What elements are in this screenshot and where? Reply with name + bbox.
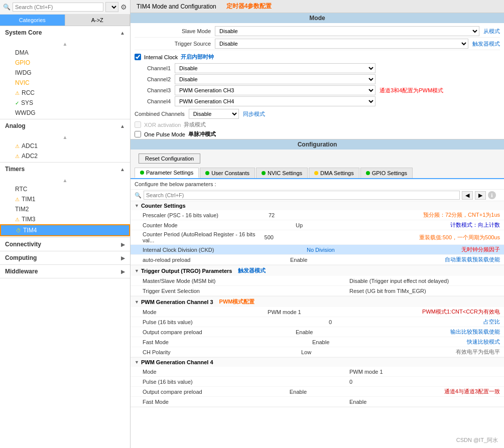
reset-btn-area: Reset Configuration — [131, 150, 504, 168]
section-system-core-header[interactable]: System Core ▲ — [0, 26, 130, 39]
channel-rows: Channel1 Disable Channel2 Disable Channe… — [131, 62, 504, 108]
search-input[interactable] — [13, 3, 103, 12]
pwm-ch4-header[interactable]: ▼ PWM Generation Channel 4 — [131, 358, 504, 367]
channel1-dropdown[interactable]: Disable — [175, 63, 375, 73]
sidebar-item-iwdg[interactable]: IWDG — [0, 68, 130, 78]
combined-label: Combined Channels — [135, 111, 185, 117]
sidebar-item-dma[interactable]: DMA — [0, 48, 130, 58]
section-middleware: Middleware ▶ — [0, 265, 130, 278]
channel3-label: Channel3 — [135, 87, 175, 93]
counter-period-value: 500 — [265, 234, 415, 240]
sidebar-item-adc2[interactable]: ADC2 — [0, 151, 130, 161]
trigger-source-dropdown[interactable]: Disable — [215, 39, 468, 49]
counter-settings-arrow: ▼ — [135, 203, 139, 208]
pwm-ch4-fast-row: Fast Mode Enable — [131, 397, 504, 407]
pwm-ch4-preload-annotation: 通道4与通道3配置一致 — [444, 388, 500, 395]
sidebar-item-sys[interactable]: SYS — [0, 98, 130, 108]
internal-clock-checkbox[interactable] — [135, 54, 141, 60]
sidebar-item-tim2[interactable]: TIM2 — [0, 204, 130, 214]
pwm-ch3-polarity-row: CH Polarity Low 有效电平为低电平 — [131, 347, 504, 357]
combined-row: Combined Channels Disable 同步模式 — [131, 108, 504, 120]
config-tabs: Parameter Settings User Constants NVIC S… — [131, 168, 504, 179]
msm-value: Disable (Trigger input effect not delaye… — [349, 278, 500, 284]
sidebar-item-tim3[interactable]: TIM3 — [0, 214, 130, 224]
tab-user-constants[interactable]: User Constants — [200, 168, 255, 178]
tab-nvic-settings[interactable]: NVIC Settings — [256, 168, 308, 178]
section-analog-arrow: ▲ — [120, 123, 125, 129]
pwm-ch4-pulse-row: Pulse (16 bits value) 0 — [131, 377, 504, 387]
gear-icon-button[interactable]: ⚙ — [120, 3, 127, 11]
trigger-output-header[interactable]: ▼ Trigger Output (TRGO) Parameters 触发器模式 — [131, 265, 504, 276]
pwm-ch3-group: ▼ PWM Generation Channel 3 PWM模式配置 Mode … — [131, 296, 504, 358]
section-connectivity-arrow: ▶ — [121, 242, 125, 247]
pwm-ch4-mode-row: Mode PWM mode 1 — [131, 367, 504, 377]
slave-mode-annotation: 从模式 — [483, 28, 500, 35]
user-constants-label: User Constants — [211, 170, 249, 176]
section-connectivity-header[interactable]: Connectivity ▶ — [0, 238, 130, 251]
pwm-ch4-fast-label: Fast Mode — [143, 399, 349, 405]
sidebar-item-rcc[interactable]: RCC — [0, 88, 130, 98]
channel2-dropdown[interactable]: Disable — [175, 74, 375, 84]
slave-mode-dropdown[interactable]: Disable — [215, 26, 479, 36]
sidebar-item-tim1[interactable]: TIM1 — [0, 194, 130, 204]
section-middleware-header[interactable]: Middleware ▶ — [0, 265, 130, 278]
internal-clock-label: Internal Clock — [144, 54, 178, 60]
tab-dma-settings[interactable]: DMA Settings — [309, 168, 359, 178]
one-pulse-annotation: 单脉冲模式 — [188, 130, 216, 138]
pwm-ch3-pulse-annotation: 占空比 — [483, 318, 500, 326]
analog-scroll-up: ▲ — [0, 133, 130, 141]
pwm-ch3-polarity-annotation: 有效电平为低电平 — [456, 348, 500, 356]
trigger-output-label: Trigger Output (TRGO) Parameters — [141, 268, 232, 274]
sidebar: 🔍 ⚙ Categories A->Z System Core ▲ — [0, 0, 131, 448]
sidebar-item-nvic[interactable]: NVIC — [0, 78, 130, 88]
section-system-core-items: ▲ DMA GPIO IWDG NVIC RCC SYS WWDG — [0, 39, 130, 119]
sidebar-content: System Core ▲ ▲ DMA GPIO IWDG NVIC RCC S… — [0, 26, 130, 448]
one-pulse-checkbox[interactable] — [135, 131, 141, 137]
reset-config-button[interactable]: Reset Configuration — [139, 154, 200, 164]
sidebar-item-adc1[interactable]: ADC1 — [0, 141, 130, 151]
pwm-ch3-fast-value: Enable — [312, 339, 463, 345]
channel3-dropdown[interactable]: PWM Generation CH3 — [175, 85, 375, 95]
pwm-ch3-annotation: PWM模式配置 — [219, 298, 255, 306]
trigger-event-label: Trigger Event Selection — [143, 288, 349, 294]
channel4-dropdown[interactable]: PWM Generation CH4 — [175, 96, 375, 106]
tab-a-to-z[interactable]: A->Z — [65, 15, 131, 26]
clock-division-label: Internal Clock Division (CKD) — [143, 247, 307, 253]
search-dropdown[interactable] — [105, 2, 118, 12]
tab-gpio-settings[interactable]: GPIO Settings — [360, 168, 413, 178]
config-header: Configuration — [131, 139, 504, 150]
section-analog-header[interactable]: Analog ▲ — [0, 119, 130, 132]
internal-clock-row: Internal Clock 开启内部时钟 — [131, 52, 504, 62]
section-timers-header[interactable]: Timers ▲ — [0, 163, 130, 176]
pwm-ch3-fast-row: Fast Mode Enable 快速比较模式 — [131, 337, 504, 347]
search-next-btn[interactable]: ▶ — [475, 191, 486, 200]
mode-rows: Slave Mode Disable 从模式 Trigger Source Di… — [131, 23, 504, 52]
sidebar-item-rtc[interactable]: RTC — [0, 184, 130, 194]
pwm-ch3-header[interactable]: ▼ PWM Generation Channel 3 PWM模式配置 — [131, 296, 504, 307]
sidebar-item-tim4[interactable]: ⏱ TIM4 — [0, 224, 130, 236]
tab-categories[interactable]: Categories — [0, 15, 65, 26]
section-analog-label: Analog — [5, 122, 26, 129]
sidebar-item-wwdg[interactable]: WWDG — [0, 108, 130, 118]
channel1-label: Channel1 — [135, 65, 175, 71]
section-connectivity-label: Connectivity — [5, 241, 41, 248]
counter-settings-header[interactable]: ▼ Counter Settings — [131, 201, 504, 210]
search-prev-btn[interactable]: ◀ — [462, 191, 473, 200]
internal-clock-annotation: 开启内部时钟 — [181, 53, 214, 61]
trigger-event-value: Reset (UG bit from TIMx_EGR) — [349, 288, 500, 294]
tim4-timer-icon: ⏱ — [16, 228, 21, 233]
watermark: CSDN @IT_阿水 — [456, 436, 498, 444]
counter-settings-label: Counter Settings — [141, 203, 186, 209]
tab-parameter-settings[interactable]: Parameter Settings — [135, 168, 199, 178]
trigger-source-annotation: 触发器模式 — [472, 40, 500, 48]
params-search-icon: 🔍 — [135, 192, 142, 199]
pwm-ch4-pulse-label: Pulse (16 bits value) — [143, 379, 349, 385]
section-timers: Timers ▲ ▲ RTC TIM1 TIM2 TIM3 ⏱ TIM4 — [0, 163, 130, 238]
params-search-input[interactable] — [144, 191, 460, 200]
combined-dropdown[interactable]: Disable — [189, 109, 239, 119]
section-computing-header[interactable]: Computing ▶ — [0, 251, 130, 264]
pwm-ch4-fast-value: Enable — [349, 399, 500, 405]
sidebar-item-gpio[interactable]: GPIO — [0, 58, 130, 68]
pwm-ch3-mode-value: PWM mode 1 — [268, 309, 418, 315]
trigger-output-arrow: ▼ — [135, 268, 139, 273]
